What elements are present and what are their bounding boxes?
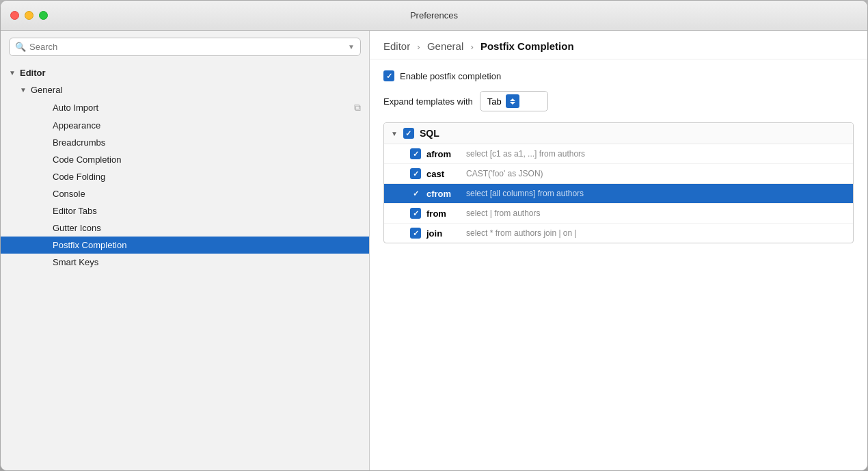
traffic-lights <box>10 11 48 20</box>
sidebar-item-console[interactable]: Console <box>1 185 369 202</box>
sidebar-item-label-auto-import: Auto Import <box>53 103 98 113</box>
cast-key: cast <box>426 169 461 179</box>
sidebar-item-label-code-folding: Code Folding <box>53 172 105 182</box>
sql-item-cfrom[interactable]: cfrom select [all columns] from authors <box>384 184 853 204</box>
breadcrumb-current: Postfix Completion <box>480 40 574 52</box>
sidebar: 🔍 ▼ ▼ Editor ▼ General Auto Import ⧉ App… <box>1 31 370 470</box>
close-button[interactable] <box>10 11 19 20</box>
sql-item-cast[interactable]: cast CAST('foo' as JSON) <box>384 164 853 184</box>
expand-templates-select[interactable]: Tab <box>480 91 548 111</box>
sidebar-item-label-code-completion: Code Completion <box>53 154 121 165</box>
expand-templates-value: Tab <box>487 96 502 107</box>
sidebar-item-label-breadcrumbs: Breadcrumbs <box>53 137 105 148</box>
sidebar-item-label-console: Console <box>53 189 85 199</box>
window-title: Preferences <box>410 10 458 21</box>
sql-expand-arrow: ▼ <box>391 130 398 137</box>
breadcrumb-sep-1: › <box>417 42 420 52</box>
stepper-up-icon <box>510 98 515 101</box>
sidebar-item-label-general: General <box>31 85 62 95</box>
sidebar-item-label-editor: Editor <box>20 68 46 78</box>
from-desc: select | from authors <box>466 208 541 218</box>
sidebar-item-label-smart-keys: Smart Keys <box>53 257 98 267</box>
cast-desc: CAST('foo' as JSON) <box>466 169 543 178</box>
cfrom-checkbox[interactable] <box>410 188 421 199</box>
stepper-down-icon <box>510 102 515 105</box>
copy-icon: ⧉ <box>354 102 361 113</box>
breadcrumb: Editor › General › Postfix Completion <box>370 31 867 59</box>
sql-tree-list: ▼ SQL afrom select [c1 as a1, ...] from … <box>383 122 854 243</box>
afrom-desc: select [c1 as a1, ...] from authors <box>466 149 585 159</box>
search-bar[interactable]: 🔍 ▼ <box>9 38 361 56</box>
expand-arrow-general: ▼ <box>20 86 31 94</box>
join-key: join <box>426 228 461 239</box>
from-checkbox[interactable] <box>410 208 421 219</box>
expand-templates-row: Expand templates with Tab <box>383 91 854 111</box>
preferences-window: Preferences 🔍 ▼ ▼ Editor ▼ General Auto … <box>0 0 868 471</box>
expand-arrow-editor: ▼ <box>9 69 20 77</box>
breadcrumb-general: General <box>427 40 463 52</box>
enable-postfix-row: Enable postfix completion <box>383 70 854 81</box>
sidebar-item-gutter-icons[interactable]: Gutter Icons <box>1 219 369 237</box>
search-dropdown-icon[interactable]: ▼ <box>348 43 355 51</box>
afrom-key: afrom <box>426 149 461 159</box>
cfrom-desc: select [all columns] from authors <box>466 189 584 198</box>
titlebar: Preferences <box>1 1 867 31</box>
join-checkbox[interactable] <box>410 228 421 239</box>
maximize-button[interactable] <box>39 11 48 20</box>
sidebar-item-label-editor-tabs: Editor Tabs <box>53 206 97 216</box>
breadcrumb-sep-2: › <box>470 42 473 52</box>
sql-item-afrom[interactable]: afrom select [c1 as a1, ...] from author… <box>384 144 853 164</box>
sidebar-item-label-postfix-completion: Postfix Completion <box>53 240 126 250</box>
sql-group-checkbox[interactable] <box>403 128 414 139</box>
afrom-checkbox[interactable] <box>410 148 421 159</box>
sidebar-item-editor-tabs[interactable]: Editor Tabs <box>1 202 369 219</box>
settings-area: Enable postfix completion Expand templat… <box>370 59 867 470</box>
sidebar-item-code-completion[interactable]: Code Completion <box>1 151 369 168</box>
sidebar-item-code-folding[interactable]: Code Folding <box>1 168 369 185</box>
stepper-control[interactable] <box>506 94 519 108</box>
sql-group-header[interactable]: ▼ SQL <box>384 123 853 144</box>
enable-postfix-checkbox[interactable] <box>383 70 394 81</box>
content-area: 🔍 ▼ ▼ Editor ▼ General Auto Import ⧉ App… <box>1 31 867 470</box>
sidebar-item-smart-keys[interactable]: Smart Keys <box>1 254 369 271</box>
cfrom-key: cfrom <box>426 189 461 199</box>
search-icon: 🔍 <box>15 42 26 52</box>
from-key: from <box>426 208 461 219</box>
sidebar-item-general[interactable]: ▼ General <box>1 81 369 98</box>
breadcrumb-editor: Editor <box>383 40 410 52</box>
cast-checkbox[interactable] <box>410 168 421 179</box>
sidebar-item-label-appearance: Appearance <box>53 120 100 131</box>
main-content: Editor › General › Postfix Completion En… <box>370 31 867 470</box>
enable-postfix-label: Enable postfix completion <box>400 71 501 81</box>
sql-item-join[interactable]: join select * from authors join | on | <box>384 224 853 243</box>
sql-item-from[interactable]: from select | from authors <box>384 204 853 224</box>
join-desc: select * from authors join | on | <box>466 228 577 238</box>
expand-templates-label: Expand templates with <box>383 96 473 107</box>
sidebar-item-label-gutter-icons: Gutter Icons <box>53 223 101 233</box>
sidebar-item-breadcrumbs[interactable]: Breadcrumbs <box>1 134 369 151</box>
sidebar-item-postfix-completion[interactable]: Postfix Completion <box>1 237 369 254</box>
search-input[interactable] <box>29 42 344 52</box>
sql-group-label: SQL <box>420 128 439 139</box>
sidebar-item-auto-import[interactable]: Auto Import ⧉ <box>1 98 369 117</box>
sidebar-item-appearance[interactable]: Appearance <box>1 117 369 134</box>
minimize-button[interactable] <box>25 11 33 20</box>
sidebar-item-editor[interactable]: ▼ Editor <box>1 64 369 81</box>
